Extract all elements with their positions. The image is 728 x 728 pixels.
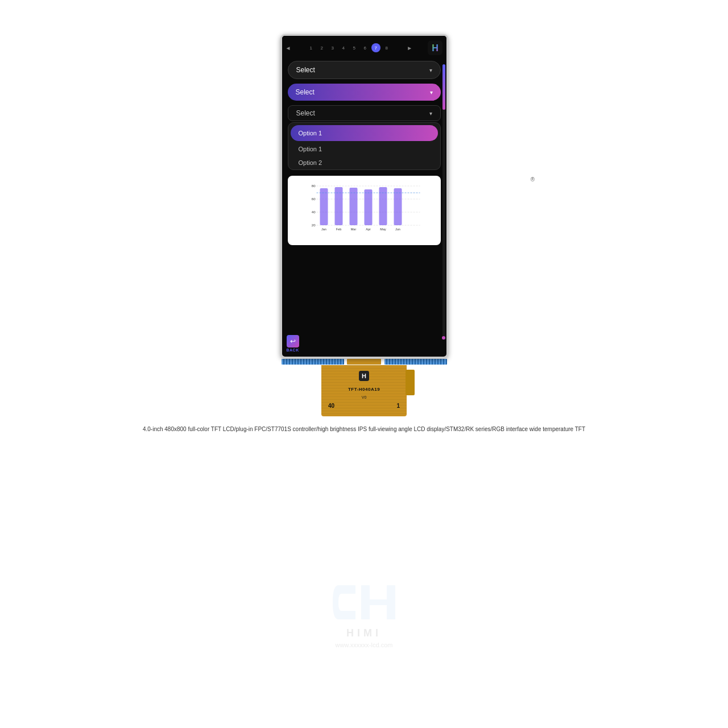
x-label-apr: Apr — [366, 228, 371, 231]
bar-mar — [349, 188, 357, 225]
pins-right — [384, 359, 447, 365]
dropdown-2[interactable]: Select ▾ — [288, 84, 441, 101]
menu-item-2-label: Option 1 — [299, 146, 322, 152]
registered-mark: ® — [531, 176, 535, 183]
dropdown-3-chevron: ▾ — [429, 110, 432, 117]
bottom-caption: 4.0-inch 480x800 full-color TFT LCD/plug… — [143, 425, 585, 433]
fpc-area: H TFT-H040A19 V0 40 1 — [280, 358, 448, 416]
watermark: HIMI www.xxxxxx-lcd.com — [327, 580, 401, 648]
device-container: ◄ 1 2 3 4 5 6 7 8 ► — [143, 34, 585, 433]
nav-numbers: 1 2 3 4 5 6 7 8 — [307, 43, 391, 52]
dropdown-2-chevron: ▾ — [430, 89, 433, 96]
bar-feb — [334, 187, 342, 225]
menu-item-1-label: Option 1 — [299, 130, 322, 136]
back-arrow-symbol: ↩ — [290, 337, 296, 345]
menu-item-3[interactable]: Option 2 — [288, 156, 440, 169]
x-label-mar: Mar — [350, 228, 356, 231]
scrollbar-dot — [442, 336, 445, 340]
y-label-80: 80 — [311, 184, 315, 188]
fpc-num2: 1 — [396, 403, 400, 409]
screen-content: Select ▾ Select ▾ Select ▾ — [282, 59, 446, 251]
fpc-gold-bump — [406, 370, 415, 395]
watermark-brand: HIMI — [346, 627, 382, 639]
menu-item-1[interactable]: Option 1 — [291, 125, 438, 141]
y-label-40: 40 — [311, 210, 315, 214]
dropdown-1[interactable]: Select ▾ — [288, 61, 441, 79]
bar-apr — [364, 189, 372, 225]
bar-chart: 80 60 40 20 — [292, 181, 436, 238]
h-logo: H — [428, 40, 442, 55]
scrollbar[interactable] — [442, 64, 445, 340]
x-label-jan: Jan — [321, 228, 326, 231]
nav-num-7[interactable]: 7 — [371, 43, 380, 52]
lcd-screen: ◄ 1 2 3 4 5 6 7 8 ► — [280, 34, 448, 358]
fpc-num1: 40 — [328, 403, 334, 409]
dropdown-1-label: Select — [296, 66, 315, 74]
bar-jun — [394, 188, 402, 225]
fpc-mid-strip — [347, 359, 381, 365]
svg-text:H: H — [362, 373, 366, 379]
dropdown-1-chevron: ▾ — [429, 67, 432, 73]
connector-bar — [280, 358, 448, 365]
fpc-model: TFT-H040A19 — [348, 387, 380, 392]
dropdown-2-label: Select — [296, 88, 315, 96]
nav-num-3[interactable]: 3 — [328, 43, 337, 52]
dropdown-3[interactable]: Select ▾ — [288, 105, 441, 121]
fpc-logo-wrap: H — [359, 371, 369, 383]
fpc-numbers: 40 1 — [328, 403, 400, 409]
pins-left — [282, 359, 344, 365]
fpc-cable: H TFT-H040A19 V0 40 1 — [321, 365, 407, 416]
page-wrapper: ◄ 1 2 3 4 5 6 7 8 ► — [0, 0, 728, 728]
menu-item-2[interactable]: Option 1 — [288, 142, 440, 156]
back-button[interactable]: ↩ BACK — [287, 335, 299, 352]
watermark-url: www.xxxxxx-lcd.com — [336, 642, 393, 648]
fpc-h-logo: H — [359, 371, 369, 381]
y-label-60: 60 — [311, 197, 315, 201]
back-arrow-icon: ↩ — [287, 335, 299, 348]
fpc-version: V0 — [362, 395, 367, 399]
nav-num-1[interactable]: 1 — [307, 43, 316, 52]
nav-num-2[interactable]: 2 — [317, 43, 326, 52]
watermark-logo — [327, 580, 401, 625]
back-label: BACK — [287, 348, 299, 352]
nav-num-6[interactable]: 6 — [361, 43, 370, 52]
svg-text:H: H — [432, 43, 439, 53]
nav-num-4[interactable]: 4 — [339, 43, 348, 52]
bar-jan — [320, 188, 328, 225]
dropdown-3-label: Select — [296, 109, 315, 117]
nav-prev-arrow[interactable]: ◄ — [286, 45, 291, 51]
nav-num-5[interactable]: 5 — [350, 43, 359, 52]
x-label-may: May — [380, 228, 386, 231]
menu-item-3-label: Option 2 — [299, 159, 322, 166]
y-label-20: 20 — [311, 224, 315, 227]
chart-container: 80 60 40 20 — [288, 176, 441, 245]
x-label-feb: Feb — [336, 228, 341, 231]
nav-next-arrow[interactable]: ► — [407, 45, 412, 51]
scrollbar-thumb — [442, 64, 445, 110]
x-label-jun: Jun — [395, 228, 400, 231]
nav-num-8[interactable]: 8 — [382, 43, 391, 52]
nav-bar: ◄ 1 2 3 4 5 6 7 8 ► — [282, 36, 446, 59]
dropdown-menu: Option 1 Option 1 Option 2 — [288, 122, 441, 170]
